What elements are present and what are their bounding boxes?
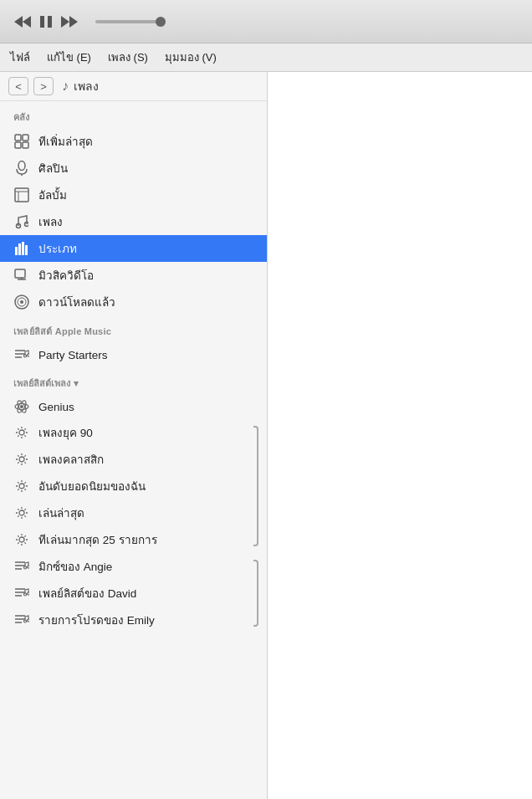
svg-point-30 <box>24 355 27 357</box>
svg-marker-5 <box>69 16 78 28</box>
nav-title-text: เพลง <box>74 77 99 95</box>
svg-marker-4 <box>61 16 69 28</box>
svg-point-37 <box>19 457 24 462</box>
back-button[interactable]: < <box>8 77 28 95</box>
menu-song[interactable]: เพลง (S) <box>108 47 148 68</box>
gear-icon-90s <box>13 424 30 441</box>
music-note-icon: ♪ <box>62 79 69 94</box>
sidebar-item-top-25[interactable]: ทีเล่นมากสุด 25 รายการ <box>0 526 267 553</box>
library-section-header: คลัง <box>0 101 267 128</box>
app-window: ไฟล์ แก้ไข (E) เพลง (S) มุมมอง (V) < > ♪… <box>0 0 532 799</box>
menu-edit[interactable]: แก้ไข (E) <box>47 47 91 68</box>
svg-point-10 <box>18 161 25 171</box>
top-25-label: ทีเล่นมากสุด 25 รายการ <box>38 530 157 549</box>
artists-label: ศิลปิน <box>38 159 68 177</box>
albums-label: อัลบั้ม <box>38 186 67 204</box>
sidebar-item-davids-playlist[interactable]: เพลย์ลิสต์ของ David <box>0 580 267 607</box>
forward-button-nav[interactable]: > <box>33 77 54 95</box>
sidebar-item-songs[interactable]: เพลง <box>0 208 267 235</box>
sidebar-item-my-top-rated[interactable]: อันดับยอดนิยมของฉัน <box>0 473 267 499</box>
svg-rect-18 <box>18 243 21 255</box>
sidebar-item-recently-added[interactable]: ทีเพิ่มล่าสุด <box>0 128 267 155</box>
svg-rect-7 <box>23 135 28 141</box>
svg-point-45 <box>28 566 30 568</box>
song-playlist-header-text: เพลย์ลิสต์เพลง <box>13 376 70 391</box>
songs-90s-label: เพลงยุค 90 <box>38 423 93 442</box>
sidebar-item-party-starters[interactable]: Party Starters <box>0 342 267 367</box>
gear-icon-top-25 <box>13 531 30 548</box>
genre-icon <box>13 240 30 257</box>
classic-songs-label: เพลงคลาสสิก <box>38 450 104 469</box>
svg-rect-12 <box>15 188 28 202</box>
video-icon <box>13 267 30 284</box>
smart-playlists-group: เพลงยุค 90 เพลงคลาสสิก <box>0 419 267 553</box>
playlist-music-icon <box>13 346 30 363</box>
genius-label: Genius <box>38 401 74 413</box>
smart-playlist-bracket <box>253 426 258 546</box>
gear-icon-recently-played <box>13 504 30 521</box>
menu-view[interactable]: มุมมอง (V) <box>165 47 217 68</box>
svg-rect-21 <box>15 269 25 278</box>
playlist-icon-emily <box>13 612 30 628</box>
mic-icon <box>13 160 30 177</box>
detail-panel <box>268 72 532 799</box>
svg-rect-20 <box>25 245 28 255</box>
svg-point-40 <box>19 537 24 542</box>
svg-rect-3 <box>48 16 52 28</box>
sidebar-item-albums[interactable]: อัลบั้ม <box>0 182 267 208</box>
atom-icon <box>13 398 30 415</box>
transport-bar <box>0 0 532 44</box>
svg-point-39 <box>19 510 24 515</box>
svg-marker-1 <box>23 16 31 28</box>
svg-rect-9 <box>23 142 28 148</box>
downloaded-label: ดาวน์โหลดแล้ว <box>38 293 115 311</box>
recently-played-label: เล่นล่าสุด <box>38 504 84 522</box>
sidebar-item-music-videos[interactable]: มิวสิควิดีโอ <box>0 262 267 289</box>
svg-point-50 <box>28 592 30 595</box>
music-videos-label: มิวสิควิดีโอ <box>38 266 94 284</box>
sidebar-item-recently-played[interactable]: เล่นล่าสุด <box>0 499 267 526</box>
gear-icon-classic <box>13 451 30 468</box>
grid-icon <box>13 133 30 150</box>
sidebar-item-classic-songs[interactable]: เพลงคลาสสิก <box>0 446 267 473</box>
main-content: < > ♪ เพลง คลัง ที <box>0 72 532 799</box>
rewind-button[interactable] <box>13 14 32 29</box>
songs-label: เพลง <box>38 213 63 231</box>
nav-row: < > ♪ เพลง <box>0 72 267 101</box>
svg-point-49 <box>24 593 27 596</box>
svg-rect-6 <box>15 135 21 141</box>
sidebar-item-genres[interactable]: ประเภท <box>0 235 267 262</box>
svg-point-54 <box>24 620 27 622</box>
playlist-icon-david <box>13 585 30 602</box>
album-icon <box>13 187 30 203</box>
svg-rect-2 <box>40 16 44 28</box>
svg-point-38 <box>19 484 24 489</box>
user-playlists-group: มิกซ์ของ Angie เพลย์ลิสต <box>0 553 267 633</box>
song-playlist-toggle-icon: ▾ <box>74 378 79 389</box>
svg-point-36 <box>19 430 24 435</box>
sidebar-item-artists[interactable]: ศิลปิน <box>0 155 267 182</box>
svg-marker-0 <box>14 16 23 28</box>
download-icon <box>13 294 30 310</box>
nav-title: ♪ เพลง <box>62 77 99 95</box>
sidebar-item-emilys-list[interactable]: รายการโปรดของ Emily <box>0 607 267 633</box>
svg-point-32 <box>20 405 23 408</box>
forward-button[interactable] <box>60 14 79 29</box>
pause-button[interactable] <box>38 14 54 29</box>
sidebar-item-downloaded[interactable]: ดาวน์โหลดแล้ว <box>0 289 267 315</box>
volume-slider[interactable] <box>95 20 162 23</box>
sidebar: < > ♪ เพลง คลัง ที <box>0 72 268 799</box>
svg-rect-19 <box>22 242 24 255</box>
angies-mix-label: มิกซ์ของ Angie <box>38 557 112 576</box>
user-playlist-bracket <box>253 560 258 627</box>
sidebar-item-genius[interactable]: Genius <box>0 394 267 419</box>
davids-playlist-label: เพลย์ลิสต์ของ David <box>38 584 136 602</box>
emilys-list-label: รายการโปรดของ Emily <box>38 611 155 629</box>
sidebar-item-angies-mix[interactable]: มิกซ์ของ Angie <box>0 553 267 580</box>
song-playlist-section-header[interactable]: เพลย์ลิสต์เพลง ▾ <box>0 367 267 394</box>
song-icon <box>13 213 30 230</box>
sidebar-item-songs-90s[interactable]: เพลงยุค 90 <box>0 419 267 446</box>
svg-point-55 <box>28 619 30 622</box>
svg-point-44 <box>24 566 27 569</box>
menu-file[interactable]: ไฟล์ <box>10 47 30 68</box>
